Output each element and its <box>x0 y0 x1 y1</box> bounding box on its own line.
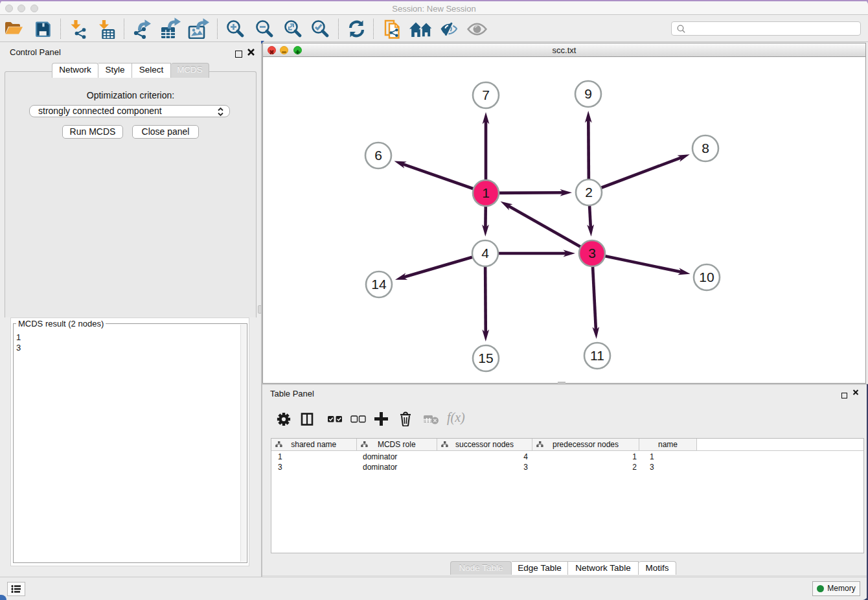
svg-text:8: 8 <box>702 141 709 156</box>
svg-text:1: 1 <box>482 185 490 200</box>
svg-text:15: 15 <box>478 351 493 365</box>
svg-text:7: 7 <box>482 87 490 102</box>
svg-text:6: 6 <box>374 148 382 163</box>
svg-text:2: 2 <box>585 185 593 200</box>
svg-text:14: 14 <box>371 277 387 292</box>
svg-text:4: 4 <box>481 246 489 260</box>
svg-text:9: 9 <box>584 86 592 101</box>
svg-text:11: 11 <box>590 348 604 363</box>
svg-text:3: 3 <box>588 246 596 260</box>
svg-text:10: 10 <box>699 270 714 284</box>
